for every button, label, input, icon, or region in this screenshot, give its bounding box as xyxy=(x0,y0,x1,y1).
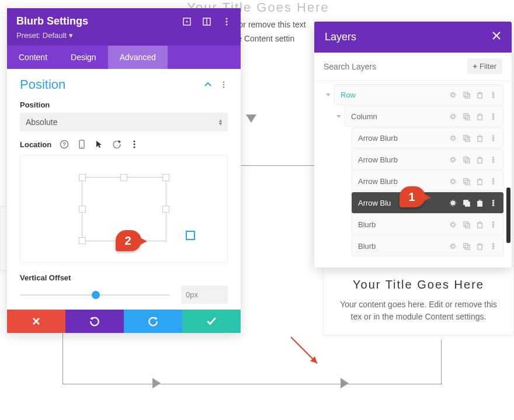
save-button[interactable] xyxy=(182,310,241,333)
duplicate-icon[interactable] xyxy=(463,199,470,207)
duplicate-icon[interactable] xyxy=(463,178,470,185)
gear-icon[interactable] xyxy=(449,178,457,185)
tree-actions xyxy=(449,91,497,99)
redo-button[interactable] xyxy=(124,310,182,333)
svg-point-51 xyxy=(492,135,494,136)
gear-icon[interactable] xyxy=(449,242,457,250)
more-icon[interactable] xyxy=(489,242,497,250)
more-icon[interactable] xyxy=(489,91,497,99)
search-input[interactable] xyxy=(324,62,461,71)
bg-text-right: Your content goes here. Edit or remove t… xyxy=(335,298,502,323)
phone-icon[interactable] xyxy=(77,140,86,149)
svg-point-3 xyxy=(186,20,188,22)
layers-title: Layers xyxy=(325,31,356,43)
scrollbar[interactable] xyxy=(506,188,510,243)
select-arrows-icon: ▴▾ xyxy=(219,119,222,126)
more-icon[interactable] xyxy=(222,17,231,26)
tree-card[interactable]: Blurb xyxy=(352,214,503,235)
gear-icon[interactable] xyxy=(449,134,457,142)
trash-icon[interactable] xyxy=(476,113,484,120)
anchor-bottom-right-selected[interactable] xyxy=(186,231,195,240)
duplicate-icon[interactable] xyxy=(463,134,470,142)
preset-dropdown[interactable]: Preset: Default ▾ xyxy=(16,31,231,40)
more-icon[interactable] xyxy=(489,113,497,120)
tab-design[interactable]: Design xyxy=(59,46,108,69)
tree-card[interactable]: Arrow Blurb xyxy=(352,171,503,192)
slider-thumb[interactable] xyxy=(92,291,100,299)
duplicate-icon[interactable] xyxy=(463,156,470,164)
svg-point-52 xyxy=(492,137,494,138)
svg-rect-82 xyxy=(464,221,468,225)
svg-rect-55 xyxy=(464,157,468,161)
tree-actions xyxy=(449,242,497,250)
anchor-top-left[interactable] xyxy=(79,174,86,181)
trash-icon[interactable] xyxy=(476,221,484,228)
chevron-down-icon[interactable] xyxy=(326,93,331,96)
more-icon[interactable] xyxy=(489,156,497,164)
more-icon[interactable] xyxy=(489,178,497,185)
voffset-input[interactable] xyxy=(181,286,228,304)
arrow-down-icon xyxy=(246,114,256,123)
trash-icon[interactable] xyxy=(476,91,484,99)
tree-row[interactable]: Column xyxy=(322,106,503,127)
svg-point-87 xyxy=(492,221,494,223)
anchor-top-center[interactable] xyxy=(120,174,127,181)
svg-rect-64 xyxy=(464,178,468,182)
duplicate-icon[interactable] xyxy=(463,221,470,228)
cursor-icon[interactable] xyxy=(95,140,104,149)
panel-header: Blurb Settings Preset: Default ▾ xyxy=(7,8,241,46)
expand-icon[interactable] xyxy=(182,17,192,26)
tab-advanced[interactable]: Advanced xyxy=(108,46,168,69)
duplicate-icon[interactable] xyxy=(463,91,470,99)
chevron-up-icon[interactable] xyxy=(203,80,213,89)
tree-row[interactable]: Blurb xyxy=(322,235,503,256)
duplicate-icon[interactable] xyxy=(463,113,470,120)
columns-icon[interactable] xyxy=(202,17,211,26)
anchor-top-right[interactable] xyxy=(162,174,169,181)
more-icon[interactable] xyxy=(489,221,497,228)
more-icon[interactable] xyxy=(130,140,139,149)
gear-icon[interactable] xyxy=(449,199,457,207)
anchor-mid-left[interactable] xyxy=(79,206,86,213)
tree-row[interactable]: Arrow Blurb xyxy=(322,149,503,170)
voffset-slider[interactable] xyxy=(20,289,169,301)
trash-icon[interactable] xyxy=(476,242,484,250)
filter-button[interactable]: +Filter xyxy=(467,58,502,74)
chevron-down-icon[interactable] xyxy=(336,115,341,118)
anchor-mid-right[interactable] xyxy=(162,206,169,213)
undo-button[interactable] xyxy=(65,310,124,333)
gear-icon[interactable] xyxy=(449,113,457,120)
tree-row[interactable]: Blurb xyxy=(322,214,503,235)
close-button[interactable] xyxy=(492,31,501,43)
svg-rect-65 xyxy=(466,180,470,184)
cancel-button[interactable] xyxy=(7,310,65,333)
gear-icon[interactable] xyxy=(449,156,457,164)
tree-card[interactable]: Blurb xyxy=(352,235,503,256)
gear-icon[interactable] xyxy=(449,91,457,99)
tree-card[interactable]: Arrow Blurb xyxy=(352,127,503,148)
tree-card[interactable]: Column xyxy=(345,106,503,127)
help-icon[interactable]: ? xyxy=(60,140,69,149)
trash-icon[interactable] xyxy=(476,178,484,185)
svg-rect-66 xyxy=(478,179,482,184)
tree-card[interactable]: Arrow Blurb xyxy=(352,149,503,170)
more-icon[interactable] xyxy=(489,199,497,207)
tree-row[interactable]: Row xyxy=(322,84,503,105)
trash-icon[interactable] xyxy=(476,156,484,164)
duplicate-icon[interactable] xyxy=(463,242,470,250)
gear-icon[interactable] xyxy=(449,221,457,228)
tree-card[interactable]: Row xyxy=(334,84,503,105)
anchor-bottom-left[interactable] xyxy=(79,237,86,244)
more-icon[interactable] xyxy=(489,134,497,142)
trash-icon[interactable] xyxy=(476,134,484,142)
svg-point-54 xyxy=(452,158,455,161)
tab-content[interactable]: Content xyxy=(7,46,59,69)
position-select[interactable]: Absolute ▴▾ xyxy=(20,113,228,131)
trash-icon[interactable] xyxy=(476,199,484,207)
svg-point-19 xyxy=(134,144,136,145)
tree-row[interactable]: Arrow Blurb xyxy=(322,127,503,148)
svg-point-6 xyxy=(226,18,228,19)
svg-point-90 xyxy=(452,244,455,248)
more-icon[interactable] xyxy=(220,81,228,89)
reset-icon[interactable] xyxy=(112,140,121,149)
